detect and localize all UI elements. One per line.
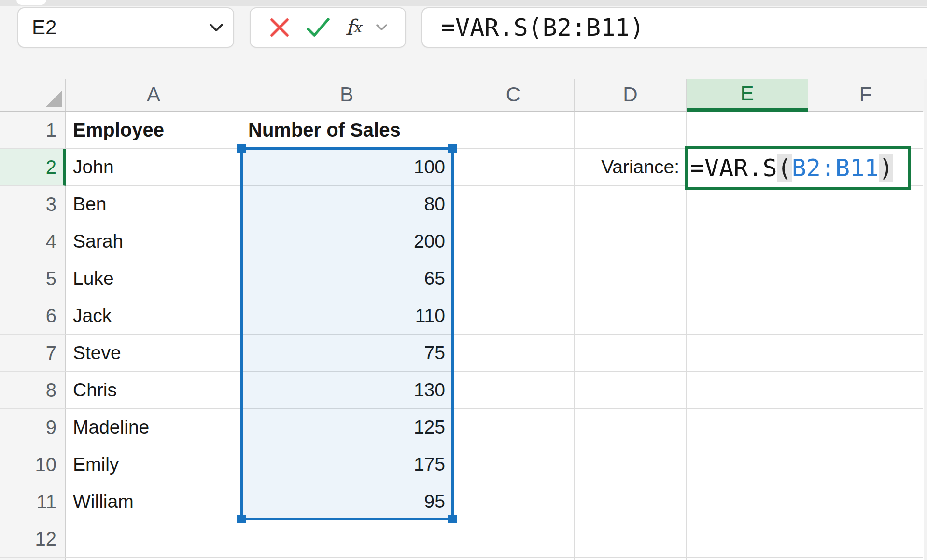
cell-C10[interactable] — [452, 446, 575, 483]
cell-D6[interactable] — [575, 297, 687, 335]
cell-E10[interactable] — [687, 446, 808, 483]
row-header-3[interactable]: 3 — [0, 186, 66, 223]
cell-A11[interactable]: William — [66, 483, 241, 520]
cell-D1[interactable] — [575, 112, 687, 149]
cell-C9[interactable] — [452, 409, 575, 446]
selection-handle-top-left[interactable] — [237, 144, 246, 153]
cell-E12[interactable] — [687, 520, 808, 558]
cell-F9[interactable] — [808, 409, 923, 446]
cell-C4[interactable] — [452, 223, 575, 260]
cell-B10[interactable]: 175 — [241, 446, 452, 483]
cell-D10[interactable] — [575, 446, 687, 483]
cancel-icon[interactable] — [268, 16, 291, 39]
cell-A13[interactable] — [66, 558, 241, 560]
selection-handle-bottom-right[interactable] — [448, 515, 457, 523]
column-header-A[interactable]: A — [66, 79, 241, 112]
row-header-7[interactable]: 7 — [0, 335, 66, 372]
row-header-2[interactable]: 2 — [0, 149, 66, 186]
cell-F5[interactable] — [808, 260, 923, 297]
cell-E7[interactable] — [687, 335, 808, 372]
cell-A3[interactable]: Ben — [66, 186, 241, 223]
row-header-5[interactable]: 5 — [0, 260, 66, 297]
cell-F12[interactable] — [808, 520, 923, 558]
row-header-1[interactable]: 1 — [0, 112, 66, 149]
cell-D9[interactable] — [575, 409, 687, 446]
cell-B4[interactable]: 200 — [241, 223, 452, 260]
cell-E6[interactable] — [687, 297, 808, 335]
cell-B5[interactable]: 65 — [241, 260, 452, 297]
cell-A2[interactable]: John — [66, 149, 241, 186]
cell-E4[interactable] — [687, 223, 808, 260]
row-header-6[interactable]: 6 — [0, 297, 66, 335]
cell-D5[interactable] — [575, 260, 687, 297]
column-header-D[interactable]: D — [575, 79, 687, 112]
row-header-11[interactable]: 11 — [0, 483, 66, 520]
cell-C2[interactable] — [452, 149, 575, 186]
row-header-8[interactable]: 8 — [0, 372, 66, 409]
cell-F4[interactable] — [808, 223, 923, 260]
column-header-B[interactable]: B — [241, 79, 452, 112]
selection-handle-bottom-left[interactable] — [237, 515, 246, 523]
cell-D2[interactable]: Variance: — [575, 149, 687, 186]
name-box-value[interactable]: E2 — [18, 16, 209, 39]
active-cell-editor-E2[interactable]: =VAR.S ( B2:B11 ) — [685, 146, 911, 190]
cell-A10[interactable]: Emily — [66, 446, 241, 483]
cell-B2[interactable]: 100 — [241, 149, 452, 186]
cell-B9[interactable]: 125 — [241, 409, 452, 446]
formula-bar-value[interactable]: =VAR.S(B2:B11) — [422, 14, 644, 42]
cell-B13[interactable] — [241, 558, 452, 560]
cell-A7[interactable]: Steve — [66, 335, 241, 372]
cell-D13[interactable] — [575, 558, 687, 560]
cell-E1[interactable] — [687, 112, 808, 149]
cell-C1[interactable] — [452, 112, 575, 149]
cell-C6[interactable] — [452, 297, 575, 335]
cell-B6[interactable]: 110 — [241, 297, 452, 335]
cell-E8[interactable] — [687, 372, 808, 409]
cell-A6[interactable]: Jack — [66, 297, 241, 335]
row-header-9[interactable]: 9 — [0, 409, 66, 446]
column-header-C[interactable]: C — [452, 79, 575, 112]
column-header-E[interactable]: E — [687, 79, 808, 112]
cell-D12[interactable] — [575, 520, 687, 558]
cell-F8[interactable] — [808, 372, 923, 409]
cell-D4[interactable] — [575, 223, 687, 260]
cell-C13[interactable] — [452, 558, 575, 560]
cell-F6[interactable] — [808, 297, 923, 335]
cell-F3[interactable] — [808, 186, 923, 223]
confirm-icon[interactable] — [306, 17, 331, 38]
select-all-corner[interactable] — [0, 79, 66, 112]
cell-E13[interactable] — [687, 558, 808, 560]
cell-C11[interactable] — [452, 483, 575, 520]
row-header-12[interactable]: 12 — [0, 520, 66, 558]
cell-C12[interactable] — [452, 520, 575, 558]
cell-F1[interactable] — [808, 112, 923, 149]
name-box[interactable]: E2 — [17, 7, 234, 48]
cell-B3[interactable]: 80 — [241, 186, 452, 223]
cell-D3[interactable] — [575, 186, 687, 223]
cell-B11[interactable]: 95 — [241, 483, 452, 520]
insert-function-fx-icon[interactable]: fx — [345, 17, 361, 38]
cell-C3[interactable] — [452, 186, 575, 223]
cell-F7[interactable] — [808, 335, 923, 372]
cell-A8[interactable]: Chris — [66, 372, 241, 409]
cell-E11[interactable] — [687, 483, 808, 520]
cell-D8[interactable] — [575, 372, 687, 409]
row-header-13[interactable] — [0, 558, 66, 560]
cell-B1[interactable]: Number of Sales — [241, 112, 452, 149]
row-header-4[interactable]: 4 — [0, 223, 66, 260]
column-header-F[interactable]: F — [808, 79, 923, 112]
cell-A4[interactable]: Sarah — [66, 223, 241, 260]
cell-F13[interactable] — [808, 558, 923, 560]
cell-A1[interactable]: Employee — [66, 112, 241, 149]
cell-D11[interactable] — [575, 483, 687, 520]
selection-handle-top-right[interactable] — [448, 144, 457, 153]
formula-bar[interactable]: =VAR.S(B2:B11) — [421, 7, 927, 48]
cell-E5[interactable] — [687, 260, 808, 297]
cell-A12[interactable] — [66, 520, 241, 558]
name-box-chevron-icon[interactable] — [209, 23, 224, 32]
row-header-10[interactable]: 10 — [0, 446, 66, 483]
cell-C8[interactable] — [452, 372, 575, 409]
cell-C5[interactable] — [452, 260, 575, 297]
cell-A9[interactable]: Madeline — [66, 409, 241, 446]
cell-E9[interactable] — [687, 409, 808, 446]
